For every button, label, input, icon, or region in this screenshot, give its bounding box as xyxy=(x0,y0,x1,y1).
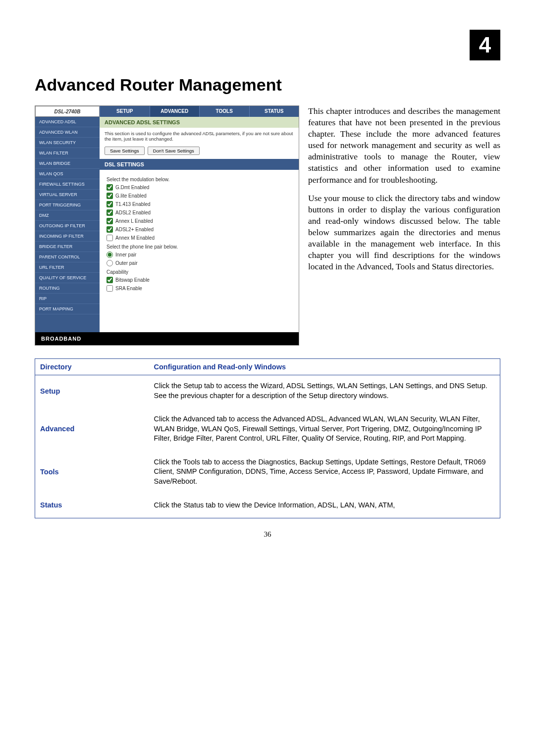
th-config: Configuration and Read-only Windows xyxy=(149,359,500,375)
nav-dmz[interactable]: DMZ xyxy=(35,210,100,221)
chk-glite[interactable]: G.lite Enabled xyxy=(107,193,292,199)
nav-wlan-security[interactable]: WLAN SECURITY xyxy=(35,138,100,148)
dir-advanced: Advanced xyxy=(35,408,149,452)
tab-tools[interactable]: TOOLS xyxy=(199,106,249,117)
dir-tools: Tools xyxy=(35,452,149,495)
tab-status[interactable]: STATUS xyxy=(249,106,299,117)
tab-setup[interactable]: SETUP xyxy=(100,106,150,117)
adsl-settings-header: ADVANCED ADSL SETTINGS xyxy=(100,117,299,128)
router-tabs: SETUP ADVANCED TOOLS STATUS xyxy=(100,106,299,117)
page-number: 36 xyxy=(35,530,500,539)
dir-setup: Setup xyxy=(35,375,149,409)
chapter-badge: 4 xyxy=(470,30,500,60)
dir-setup-desc: Click the Setup tab to access the Wizard… xyxy=(149,375,500,409)
nav-outgoing-ip[interactable]: OUTGOING IP FILTER xyxy=(35,221,100,231)
router-admin-mock: DSL-2740B SETUP ADVANCED TOOLS STATUS AD… xyxy=(35,105,299,346)
chk-sra[interactable]: SRA Enable xyxy=(107,285,292,292)
th-directory: Directory xyxy=(35,359,149,375)
page-title: Advanced Router Management xyxy=(35,75,500,95)
nav-wlan-qos[interactable]: WLAN QOS xyxy=(35,169,100,179)
pair-label: Select the phone line pair below. xyxy=(107,244,292,250)
router-sidebar: ADVANCED ADSL ADVANCED WLAN WLAN SECURIT… xyxy=(35,117,100,332)
radio-inner-pair[interactable]: Inner pair xyxy=(107,252,292,258)
dont-save-settings-button[interactable]: Don't Save Settings xyxy=(148,147,200,155)
broadband-footer: BROADBAND xyxy=(35,332,299,345)
nav-parent-control[interactable]: PARENT CONTROL xyxy=(35,252,100,262)
save-settings-button[interactable]: Save Settings xyxy=(105,147,145,155)
table-row: Tools Click the Tools tab to access the … xyxy=(35,452,500,495)
dir-status: Status xyxy=(35,495,149,518)
nav-firewall[interactable]: FIREWALL SETTINGS xyxy=(35,179,100,190)
nav-wlan-filter[interactable]: WLAN FILTER xyxy=(35,148,100,158)
table-row: Advanced Click the Advanced tab to acces… xyxy=(35,408,500,452)
chk-adsl2[interactable]: ADSL2 Enabled xyxy=(107,209,292,216)
table-row: Setup Click the Setup tab to access the … xyxy=(35,375,500,409)
capability-label: Capability xyxy=(107,269,292,275)
nav-url-filter[interactable]: URL FILTER xyxy=(35,262,100,273)
nav-advanced-adsl[interactable]: ADVANCED ADSL xyxy=(35,117,100,127)
directory-table: Directory Configuration and Read-only Wi… xyxy=(35,358,500,518)
nav-rip[interactable]: RIP xyxy=(35,294,100,304)
nav-advanced-wlan[interactable]: ADVANCED WLAN xyxy=(35,127,100,138)
modulation-label: Select the modulation below. xyxy=(107,177,292,182)
dsl-settings-header: DSL SETTINGS xyxy=(100,159,299,170)
nav-virtual-server[interactable]: VIRTUAL SERVER xyxy=(35,190,100,200)
dir-status-desc: Click the Status tab to view the Device … xyxy=(149,495,500,518)
nav-wlan-bridge[interactable]: WLAN BRIDGE xyxy=(35,158,100,169)
nav-routing[interactable]: ROUTING xyxy=(35,283,100,294)
table-row: Status Click the Status tab to view the … xyxy=(35,495,500,518)
adsl-settings-desc: This section is used to configure the ad… xyxy=(100,128,299,145)
intro-text: This chapter introduces and describes th… xyxy=(308,105,500,346)
device-logo: DSL-2740B xyxy=(35,106,100,117)
dir-advanced-desc: Click the Advanced tab to access the Adv… xyxy=(149,408,500,452)
chk-gdmt[interactable]: G.Dmt Enabled xyxy=(107,184,292,191)
chk-adsl2plus[interactable]: ADSL2+ Enabled xyxy=(107,226,292,233)
intro-paragraph-2: Use your mouse to click the directory ta… xyxy=(308,193,500,273)
chk-annexm[interactable]: Annex M Enabled xyxy=(107,235,292,241)
nav-port-triggering[interactable]: PORT TRIGGERING xyxy=(35,200,100,210)
nav-qos[interactable]: QUALITY OF SERVICE xyxy=(35,273,100,283)
chk-t1413[interactable]: T1.413 Enabled xyxy=(107,201,292,207)
radio-outer-pair[interactable]: Outer pair xyxy=(107,260,292,266)
chk-annexl[interactable]: Annex L Enabled xyxy=(107,218,292,224)
nav-incoming-ip[interactable]: INCOMING IP FILTER xyxy=(35,231,100,242)
nav-port-mapping[interactable]: PORT MAPPING xyxy=(35,304,100,314)
dir-tools-desc: Click the Tools tab to access the Diagno… xyxy=(149,452,500,495)
tab-advanced[interactable]: ADVANCED xyxy=(150,106,200,117)
chk-bitswap[interactable]: Bitswap Enable xyxy=(107,277,292,283)
intro-paragraph-1: This chapter introduces and describes th… xyxy=(308,105,500,186)
nav-bridge-filter[interactable]: BRIDGE FILTER xyxy=(35,242,100,252)
